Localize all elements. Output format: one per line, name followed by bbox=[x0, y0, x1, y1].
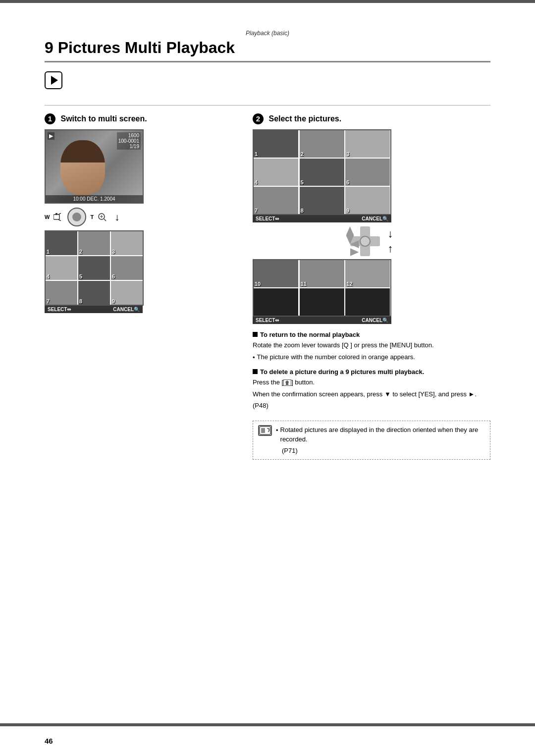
info-box-icon bbox=[258, 425, 272, 436]
svg-line-5 bbox=[104, 219, 106, 221]
thumb-num-5: 5 bbox=[79, 273, 82, 279]
info-bullet-ref: (P71) bbox=[282, 446, 485, 456]
two-column-layout: 1 Switch to multi screen. ▶ 1600 100-000… bbox=[45, 113, 490, 460]
thumb-num-2: 2 bbox=[79, 249, 82, 255]
delete-note-heading: To delete a picture during a 9 pictures … bbox=[253, 368, 490, 376]
return-note-text1: Rotate the zoom lever towards [Q ] or pr… bbox=[253, 340, 490, 350]
dpad-right-button[interactable] bbox=[350, 248, 359, 256]
step2-select-label-top: SELECT⇔ bbox=[256, 216, 279, 221]
step2-bottom-bar: SELECT⇔ CANCEL🔍 bbox=[253, 317, 391, 324]
step2-thumb-8: 8 bbox=[300, 187, 344, 214]
step2-num-8: 8 bbox=[301, 208, 304, 214]
step2-num-1: 1 bbox=[255, 151, 258, 157]
step2-thumb-11: 11 bbox=[300, 260, 344, 287]
arrow-down: ↓ bbox=[388, 227, 393, 240]
dpad-up-button[interactable] bbox=[346, 226, 354, 235]
camera-preview-image: ▶ 1600 100-0001 1/19 10:00 DEC. 1.2004 bbox=[45, 129, 144, 204]
dpad-area: ↓ ↑ bbox=[253, 226, 490, 256]
top-rule bbox=[0, 0, 535, 3]
step2-num-2: 2 bbox=[301, 151, 304, 157]
step2-cancel-label-top: CANCEL🔍 bbox=[362, 216, 388, 221]
step1-label: Switch to multi screen. bbox=[60, 114, 147, 123]
step2-thumb-empty-3 bbox=[345, 288, 390, 316]
step2-num-4: 4 bbox=[255, 179, 258, 185]
zoom-icon bbox=[54, 213, 63, 221]
bottom-rule bbox=[0, 723, 535, 726]
thumb-num-7: 7 bbox=[47, 298, 50, 304]
step2-num-10: 10 bbox=[255, 281, 261, 287]
zoom-w-label: W bbox=[45, 214, 50, 220]
step2-num-12: 12 bbox=[346, 281, 352, 287]
step2-thumb-9: 9 bbox=[345, 187, 390, 214]
thumb-cell-9: 9 bbox=[111, 281, 143, 305]
info-bullet-dot-1: • bbox=[276, 426, 278, 444]
rotated-pic-icon bbox=[259, 426, 271, 435]
step2-thumb-6: 6 bbox=[345, 159, 390, 186]
thumb-cell-8: 8 bbox=[78, 281, 110, 305]
step2-thumb-2: 2 bbox=[300, 130, 344, 158]
cam-code: 100-0001 bbox=[118, 138, 139, 144]
thumb-num-3: 3 bbox=[112, 249, 115, 255]
camera-overlay-top: ▶ 1600 100-0001 1/19 bbox=[48, 132, 141, 150]
zoom-knob[interactable] bbox=[67, 208, 86, 226]
subtitle: Playback (basic) bbox=[45, 30, 490, 37]
step2-num-11: 11 bbox=[301, 281, 307, 287]
step2-num-9: 9 bbox=[346, 208, 349, 214]
page-number: 46 bbox=[45, 737, 53, 745]
svg-rect-0 bbox=[54, 215, 59, 219]
step2-num-5: 5 bbox=[301, 179, 304, 185]
thumb-cell-4: 4 bbox=[46, 256, 77, 280]
step2-top-grid-container: 1 2 3 4 5 bbox=[253, 129, 490, 222]
thumb-cell-3: 3 bbox=[111, 231, 143, 255]
step1-title: 1 Switch to multi screen. bbox=[45, 113, 233, 124]
delete-note-body: Press the [🗑] button. When the confirmat… bbox=[253, 378, 490, 411]
step2-num-7: 7 bbox=[255, 208, 258, 214]
step2-thumb-7: 7 bbox=[254, 187, 298, 214]
main-content: Playback (basic) 9 Pictures Multi Playba… bbox=[45, 30, 490, 460]
step2-num-6: 6 bbox=[346, 179, 349, 185]
thumb-num-9: 9 bbox=[112, 298, 115, 304]
info-box-text: • Rotated pictures are displayed in the … bbox=[276, 425, 485, 456]
thumb-cell-1: 1 bbox=[46, 231, 77, 255]
info-bullet-text-1: Rotated pictures are displayed in the di… bbox=[280, 425, 485, 444]
info-bullet-1: • Rotated pictures are displayed in the … bbox=[276, 425, 485, 444]
return-note-body: Rotate the zoom lever towards [Q ] or pr… bbox=[253, 340, 490, 362]
dpad-control[interactable] bbox=[350, 226, 380, 256]
zoom-knob-inner bbox=[72, 213, 81, 221]
step2-thumb-1: 1 bbox=[254, 130, 298, 158]
svg-line-3 bbox=[58, 219, 61, 221]
return-note-square bbox=[253, 332, 258, 337]
play-triangle bbox=[51, 76, 58, 85]
step1-thumb-grid-wrapper: 1 2 3 4 5 bbox=[45, 230, 233, 313]
notes-section: To return to the normal playback Rotate … bbox=[253, 331, 490, 411]
cam-resolution: 1600 bbox=[118, 133, 139, 138]
step2-thumb-3: 3 bbox=[345, 130, 390, 158]
step1-cancel-label: CANCEL🔍 bbox=[113, 307, 140, 312]
step2-bottom-grid: 10 11 12 bbox=[253, 259, 391, 317]
step1-thumb-grid: 1 2 3 4 5 bbox=[45, 230, 144, 306]
step2-thumb-10: 10 bbox=[254, 260, 298, 287]
step2-thumb-4: 4 bbox=[254, 159, 298, 186]
step2-title: 2 Select the pictures. bbox=[253, 113, 490, 124]
thumb-cell-6: 6 bbox=[111, 256, 143, 280]
step1-thumb-bar: SELECT⇔ CANCEL🔍 bbox=[45, 306, 143, 313]
step2-top-grid: 1 2 3 4 5 bbox=[253, 129, 391, 215]
navigation-arrows: ↓ ↑ bbox=[388, 227, 393, 255]
step2-thumb-12: 12 bbox=[345, 260, 390, 287]
delete-note-title: To delete a picture during a 9 pictures … bbox=[260, 368, 424, 376]
dpad-center-button[interactable] bbox=[360, 236, 371, 247]
step2-select-label-bottom: SELECT⇔ bbox=[256, 318, 279, 323]
cam-fraction: 1/19 bbox=[118, 144, 139, 149]
return-note-bullet: • The picture with the number colored in… bbox=[253, 352, 490, 363]
thumb-cell-7: 7 bbox=[46, 281, 77, 305]
step2-column: 2 Select the pictures. 1 2 3 bbox=[253, 113, 490, 460]
down-arrow-step1: ↓ bbox=[114, 212, 119, 223]
step2-label: Select the pictures. bbox=[268, 114, 341, 123]
thumb-cell-5: 5 bbox=[78, 256, 110, 280]
return-note-bullet-text: The picture with the number colored in o… bbox=[257, 352, 415, 363]
bullet-dot-1: • bbox=[253, 353, 255, 363]
chapter-title: 9 Pictures Multi Playback bbox=[45, 39, 490, 62]
step2-cancel-label-bottom: CANCEL🔍 bbox=[362, 318, 388, 323]
info-box: • Rotated pictures are displayed in the … bbox=[253, 421, 490, 460]
camera-info-overlay: 1600 100-0001 1/19 bbox=[117, 132, 141, 150]
